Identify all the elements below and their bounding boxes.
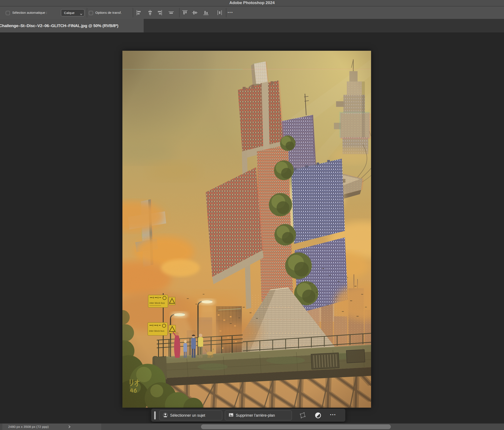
- remove-background-label: Supprimer l'arrière-plan: [236, 413, 275, 418]
- select-subject-label: Sélectionner un sujet: [170, 413, 205, 418]
- app-title: Adobe Photoshop 2024: [0, 0, 504, 6]
- adjustments-icon[interactable]: [315, 412, 321, 419]
- remove-background-icon: [228, 412, 234, 418]
- options-separator: [87, 8, 87, 18]
- chevron-right-icon: [68, 425, 71, 428]
- remove-background-button[interactable]: Supprimer l'arrière-plan: [225, 411, 292, 420]
- distribute-horizontally-icon[interactable]: [216, 9, 223, 16]
- tool-options-bar: Sélection automatique : Calque Options d…: [0, 6, 504, 19]
- align-right-edges-icon[interactable]: [156, 9, 163, 16]
- document-dimensions: 2480 px x 3508 px (72 ppp): [8, 424, 49, 430]
- document-tab-title: Challenge–St–Disc–V2–06–GLITCH–FINAL.jpg…: [0, 19, 118, 32]
- select-subject-button[interactable]: Sélectionner un sujet: [159, 411, 222, 420]
- artwork-image: inter block bus inter block bus: [122, 51, 371, 408]
- options-separator: [133, 8, 133, 18]
- layer-select-value: Calque: [64, 9, 74, 16]
- options-separator: [226, 8, 226, 18]
- document-tab-bar: Challenge–St–Disc–V2–06–GLITCH–FINAL.jpg…: [0, 19, 504, 33]
- align-horizontal-centers-icon[interactable]: [147, 9, 153, 16]
- align-top-icon[interactable]: [182, 9, 188, 16]
- align-left-edges-icon[interactable]: [136, 9, 142, 16]
- align-top-edges-icon[interactable]: [168, 9, 174, 16]
- artwork-canvas[interactable]: inter block bus inter block bus: [122, 51, 371, 408]
- contextual-task-bar: Sélectionner un sujet Supprimer l'arrièr…: [151, 409, 345, 422]
- artwork-glitch-overlay: [122, 51, 371, 408]
- transform-options-checkbox[interactable]: [89, 11, 93, 15]
- window-titlebar: Adobe Photoshop 2024: [0, 0, 504, 6]
- taskbar-drag-handle[interactable]: [154, 411, 156, 420]
- transform-options-label: Options de transf.: [95, 6, 122, 19]
- transform-icon[interactable]: [299, 412, 306, 419]
- horizontal-scrollbar-thumb[interactable]: [201, 424, 391, 429]
- options-separator: [179, 8, 180, 18]
- align-vertical-centers-icon[interactable]: [191, 9, 198, 16]
- chevron-down-icon: [80, 12, 82, 14]
- taskbar-more-button[interactable]: •••: [330, 409, 336, 422]
- align-bottom-edges-icon[interactable]: [203, 9, 209, 16]
- photoshop-window: Adobe Photoshop 2024 Sélection automatiq…: [0, 0, 504, 430]
- more-options-button[interactable]: •••: [228, 6, 233, 19]
- canvas-backdrop: inter block bus inter block bus: [0, 33, 504, 423]
- status-bar: 2480 px x 3508 px (72 ppp): [0, 423, 504, 430]
- horizontal-scrollbar-track[interactable]: [103, 424, 504, 430]
- layer-select-dropdown[interactable]: Calque: [61, 9, 84, 16]
- auto-select-checkbox[interactable]: [6, 11, 10, 15]
- document-info-control[interactable]: 2480 px x 3508 px (72 ppp): [2, 424, 101, 430]
- document-tab[interactable]: Challenge–St–Disc–V2–06–GLITCH–FINAL.jpg…: [0, 19, 144, 32]
- auto-select-label: Sélection automatique :: [12, 6, 47, 19]
- select-subject-icon: [163, 412, 168, 418]
